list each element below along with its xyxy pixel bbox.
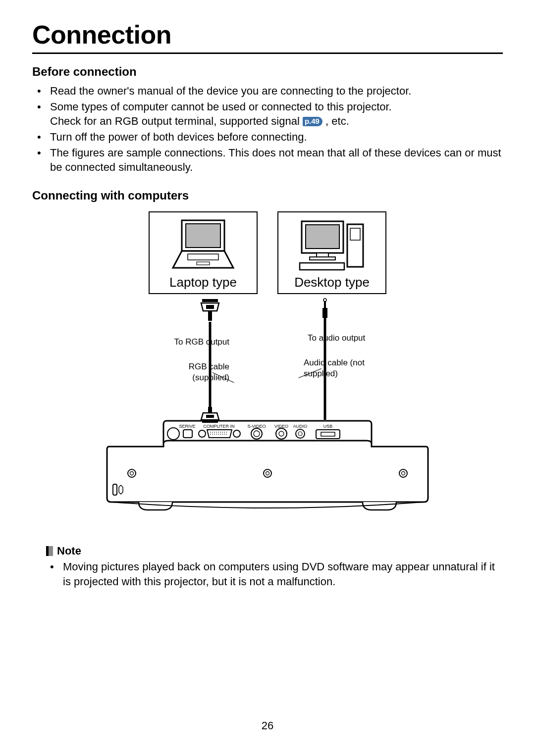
svg-rect-15 [208,311,212,321]
svg-rect-22 [322,308,327,318]
svg-rect-12 [202,299,218,302]
note-marker-icon [46,546,53,556]
note-block: Note Moving pictures played back on comp… [32,545,503,589]
connecting-computers-heading: Connecting with computers [32,189,503,202]
rgb-cable-label: RGB cable (supplied) [155,361,229,383]
svg-rect-7 [317,253,328,257]
bullet-item: Read the owner's manual of the device yo… [32,84,503,99]
desktop-icon [278,217,385,272]
svg-rect-11 [300,263,344,270]
svg-rect-6 [306,225,339,249]
laptop-icon [150,217,257,272]
desktop-box: Desktop type [277,211,386,294]
note-label: Note [57,545,81,557]
bullet-item: Turn off the power of both devices befor… [32,130,503,145]
bullet-item: The figures are sample connections. This… [32,146,503,175]
svg-rect-16 [208,407,212,413]
vga-connector-icon [158,298,262,322]
audio-cable-column: To audio output Audio cable (not supplie… [273,298,377,422]
svg-rect-19 [202,420,218,423]
before-connection-list: Read the owner's manual of the device yo… [32,84,503,175]
bullet-text: Some types of computer cannot be used or… [50,101,392,113]
to-audio-label: To audio output [308,333,382,344]
svg-rect-9 [347,224,363,267]
bullet-item: Some types of computer cannot be used or… [32,100,503,129]
desktop-label: Desktop type [278,275,385,290]
svg-marker-2 [173,251,233,268]
port-service-label: SERIVE [179,424,195,429]
svg-rect-14 [206,305,214,309]
svg-rect-18 [206,415,214,418]
page-title: Connection [32,20,503,54]
svg-rect-21 [324,301,326,308]
projector-rear-icon: SERIVE COMPUTER IN S-VIDEO VIDEO AUDIO U… [89,419,446,520]
before-connection-heading: Before connection [32,65,503,79]
laptop-box: Laptop type [149,211,258,294]
port-audio-label: AUDIO [293,424,308,429]
check-suffix: , etc. [325,115,349,127]
note-item: Moving pictures played back on computers… [46,559,503,589]
vga-connector-bottom-icon [200,407,220,426]
connection-diagram: Laptop type Desktop type [32,211,503,520]
laptop-label: Laptop type [150,275,257,290]
svg-rect-1 [186,224,220,248]
audio-cable-label: Audio cable (not supplied) [304,357,383,379]
port-usb-label: USB [323,424,333,429]
check-prefix: Check for an RGB output terminal, suppor… [50,115,303,127]
audio-jack-icon [273,298,377,319]
page-number: 26 [0,719,535,732]
to-rgb-label: To RGB output [155,337,229,348]
page-ref-badge: p.49 [303,117,322,126]
svg-rect-8 [310,257,335,260]
rgb-cable-column: To RGB output RGB cable (supplied) [158,298,262,422]
